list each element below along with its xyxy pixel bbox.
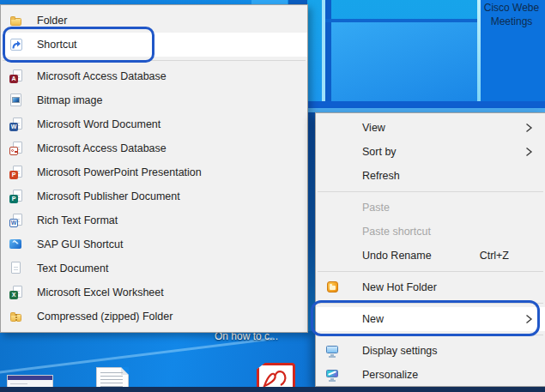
menu-item-label: Microsoft PowerPoint Presentation bbox=[37, 166, 202, 178]
window-titlebar bbox=[8, 376, 52, 380]
menu-separator bbox=[3, 60, 306, 61]
access-icon: A bbox=[9, 69, 23, 83]
menu-separator bbox=[318, 335, 543, 335]
context-item-refresh[interactable]: Refresh bbox=[316, 164, 545, 188]
icon-gutter bbox=[326, 225, 340, 238]
sap-icon bbox=[9, 238, 23, 251]
context-item-undo-rename[interactable]: Undo RenameCtrl+Z bbox=[316, 244, 545, 268]
new-submenu: FolderShortcutAMicrosoft Access Database… bbox=[0, 4, 308, 333]
menu-item-label: Paste bbox=[362, 202, 390, 214]
menu-item-label: Text Document bbox=[37, 262, 108, 274]
submenu-item-microsoft-access-database[interactable]: Microsoft Access Database bbox=[1, 136, 307, 160]
icon-gutter: A bbox=[9, 69, 23, 83]
badge-letter: P bbox=[9, 195, 18, 203]
icon-gutter bbox=[9, 142, 23, 155]
menu-separator bbox=[318, 271, 543, 272]
wallpaper-pane-dark-edge bbox=[325, 0, 331, 108]
menu-separator bbox=[318, 191, 543, 192]
context-item-new[interactable]: New bbox=[316, 307, 545, 331]
taskbar-edge[interactable] bbox=[0, 387, 545, 392]
wallpaper-light-streak bbox=[0, 337, 274, 375]
desktop-icon-label-line1: Cisco Webe bbox=[477, 1, 545, 15]
menu-item-label: Personalize bbox=[362, 369, 418, 381]
submenu-item-microsoft-word-document[interactable]: WMicrosoft Word Document bbox=[1, 112, 307, 136]
menu-item-label: Display settings bbox=[362, 345, 438, 357]
submenu-item-bitmap-image[interactable]: Bitmap image bbox=[1, 88, 307, 112]
badge-letter: A bbox=[9, 75, 18, 83]
menu-item-label: Bitmap image bbox=[37, 94, 102, 106]
icon-gutter bbox=[326, 169, 340, 183]
acrobat-symbol bbox=[259, 365, 293, 389]
context-item-display-settings[interactable]: Display settings bbox=[316, 339, 545, 363]
menu-item-label: Microsoft Access Database bbox=[37, 70, 167, 82]
icon-gutter bbox=[326, 344, 340, 358]
context-item-view[interactable]: View bbox=[316, 116, 545, 140]
menu-item-label: Paste shortcut bbox=[362, 226, 431, 238]
submenu-item-folder[interactable]: Folder bbox=[1, 9, 307, 33]
context-item-new-hot-folder[interactable]: New Hot Folder bbox=[316, 275, 545, 299]
personalize-icon bbox=[326, 368, 340, 382]
wallpaper-horizontal-band bbox=[307, 101, 545, 108]
icon-gutter bbox=[326, 312, 340, 326]
icon-gutter: W bbox=[9, 214, 23, 227]
context-item-sort-by[interactable]: Sort by bbox=[316, 140, 545, 164]
submenu-item-rich-text-format[interactable]: WRich Text Format bbox=[1, 208, 307, 232]
zip-icon bbox=[9, 310, 23, 323]
shortcut-icon bbox=[9, 38, 23, 51]
context-item-paste-shortcut[interactable]: Paste shortcut bbox=[316, 220, 545, 244]
submenu-item-compressed-zipped-folder[interactable]: Compressed (zipped) Folder bbox=[1, 305, 307, 329]
accelerator-text: Ctrl+Z bbox=[480, 250, 509, 262]
menu-item-label: Microsoft Publisher Document bbox=[37, 190, 180, 202]
display-icon bbox=[326, 344, 340, 358]
bitmap-icon bbox=[9, 93, 23, 107]
folder-icon bbox=[9, 14, 23, 27]
context-item-paste[interactable]: Paste bbox=[316, 196, 545, 220]
doc-line bbox=[100, 376, 123, 377]
access-key-icon bbox=[9, 142, 23, 155]
rtf-icon: W bbox=[9, 214, 23, 227]
menu-item-label: Sort by bbox=[362, 146, 397, 158]
window-line bbox=[10, 383, 27, 384]
excel-icon: X bbox=[9, 286, 23, 299]
icon-gutter: P bbox=[9, 190, 23, 203]
icon-gutter bbox=[326, 280, 340, 294]
icon-gutter bbox=[326, 121, 340, 135]
menu-item-label: Refresh bbox=[362, 170, 400, 182]
powerpoint-icon: P bbox=[9, 166, 23, 179]
menu-item-label: New Hot Folder bbox=[362, 281, 437, 293]
menu-item-label: Rich Text Format bbox=[37, 214, 118, 226]
wallpaper-pane bbox=[331, 22, 477, 102]
menu-item-label: Compressed (zipped) Folder bbox=[37, 311, 173, 323]
context-item-personalize[interactable]: Personalize bbox=[316, 363, 545, 387]
icon-gutter bbox=[9, 310, 23, 323]
submenu-item-microsoft-excel-worksheet[interactable]: XMicrosoft Excel Worksheet bbox=[1, 280, 307, 305]
badge-letter: P bbox=[9, 171, 18, 179]
badge-letter: X bbox=[9, 291, 18, 299]
menu-item-label: Microsoft Word Document bbox=[37, 118, 160, 130]
submenu-item-microsoft-powerpoint-presentation[interactable]: PMicrosoft PowerPoint Presentation bbox=[1, 160, 307, 184]
desktop-icon-label-cisco-webex-meetings[interactable]: Cisco Webe Meetings bbox=[477, 1, 545, 28]
desktop-context-menu: ViewSort byRefreshPastePaste shortcutUnd… bbox=[315, 112, 545, 387]
submenu-item-shortcut[interactable]: Shortcut bbox=[1, 33, 307, 57]
menu-item-label: Folder bbox=[37, 15, 67, 27]
doc-line bbox=[100, 379, 123, 380]
icon-gutter bbox=[9, 238, 23, 251]
submenu-item-microsoft-access-database[interactable]: AMicrosoft Access Database bbox=[1, 64, 307, 88]
menu-item-label: Microsoft Access Database bbox=[37, 142, 167, 154]
chevron-right-icon bbox=[523, 313, 535, 325]
icon-gutter bbox=[9, 93, 23, 107]
menu-item-label: View bbox=[362, 122, 385, 134]
menu-item-label: New bbox=[362, 313, 384, 325]
submenu-item-text-document[interactable]: Text Document bbox=[1, 256, 307, 280]
submenu-item-microsoft-publisher-document[interactable]: PMicrosoft Publisher Document bbox=[1, 184, 307, 208]
icon-gutter bbox=[326, 145, 340, 159]
publisher-icon: P bbox=[9, 190, 23, 203]
menu-item-label: Microsoft Excel Worksheet bbox=[37, 286, 164, 299]
chevron-right-icon bbox=[523, 122, 535, 134]
doc-line bbox=[100, 383, 123, 383]
desktop-icon-label-line2: Meetings bbox=[477, 15, 545, 28]
icon-gutter bbox=[9, 262, 23, 275]
icon-gutter bbox=[9, 38, 23, 51]
icon-gutter: X bbox=[9, 286, 23, 299]
submenu-item-sap-gui-shortcut[interactable]: SAP GUI Shortcut bbox=[1, 232, 307, 256]
